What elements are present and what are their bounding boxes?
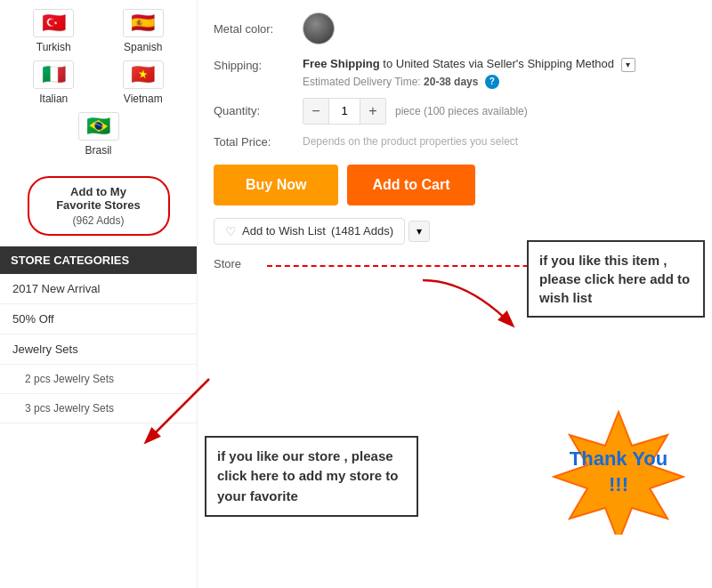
shipping-row: Shipping: Free Shipping to United States… [214, 57, 696, 89]
category-item-50off[interactable]: 50% Off [0, 304, 197, 334]
language-grid: 🇹🇷 Turkish 🇪🇸 Spanish 🇮🇹 Italian 🇻🇳 Viet… [0, 0, 197, 165]
total-price-row: Total Price: Depends on the product prop… [214, 135, 696, 149]
quantity-note: piece (100 pieces available) [395, 105, 528, 117]
arrow-store-svg [138, 370, 227, 450]
action-buttons: Buy Now Add to Cart [214, 165, 696, 205]
starburst-bg: Thank You !!! [552, 410, 685, 535]
total-price-label: Total Price: [214, 135, 303, 149]
delivery-info: Estimated Delivery Time: 20-38 days ? [303, 75, 696, 89]
metal-color-label: Metal color: [214, 22, 303, 36]
add-to-cart-button[interactable]: Add to Cart [347, 165, 474, 205]
callout-wish-box: if you like this item , please click her… [527, 240, 705, 318]
wish-list-adds: (1481 Adds) [331, 224, 393, 238]
lang-label-italian: Italian [39, 93, 68, 105]
add-favorite-stores-button[interactable]: Add to MyFavorite Stores (962 Adds) [28, 176, 170, 236]
shipping-dropdown-icon[interactable]: ▾ [621, 58, 635, 72]
add-favorite-count: (962 Adds) [40, 214, 158, 227]
buy-now-button[interactable]: Buy Now [214, 165, 338, 205]
lang-label-brasil: Brasil [85, 144, 111, 157]
category-item-new-arrival[interactable]: 2017 New Arrival [0, 274, 197, 304]
lang-spanish[interactable]: 🇪🇸 Spanish [102, 9, 185, 53]
add-to-wishlist-button[interactable]: ♡ Add to Wish List (1481 Adds) [214, 218, 405, 245]
delivery-help-icon[interactable]: ? [485, 75, 499, 89]
lang-vietnam[interactable]: 🇻🇳 Vietnam [102, 60, 185, 105]
metal-color-row: Metal color: [214, 12, 696, 44]
qty-decrease-button[interactable]: − [303, 99, 328, 124]
flag-italian: 🇮🇹 [33, 60, 74, 89]
callout-store-text: if you like our store , please click her… [217, 448, 398, 503]
lang-label-spanish: Spanish [124, 41, 162, 53]
thankyou-text: Thank You !!! [565, 447, 672, 497]
lang-label-vietnam: Vietnam [124, 93, 163, 105]
shipping-info: Free Shipping to United States via Selle… [303, 57, 696, 89]
arrow-wish-svg [414, 271, 521, 342]
sidebar: 🇹🇷 Turkish 🇪🇸 Spanish 🇮🇹 Italian 🇻🇳 Viet… [0, 0, 198, 588]
flag-brasil: 🇧🇷 [78, 112, 119, 141]
free-shipping-strong: Free Shipping [303, 57, 380, 70]
flag-turkish: 🇹🇷 [33, 9, 74, 37]
callout-wish-text: if you like this item , please click her… [539, 253, 690, 305]
lang-label-turkish: Turkish [36, 41, 71, 53]
quantity-label: Quantity: [214, 104, 303, 117]
flag-spanish: 🇪🇸 [123, 9, 164, 37]
callout-store-box: if you like our store , please click her… [205, 436, 418, 518]
add-favorite-label: Add to MyFavorite Stores [40, 185, 158, 212]
shipping-free-text: Free Shipping to United States via Selle… [303, 57, 696, 72]
delivery-days: 20-38 days [424, 75, 478, 87]
store-label: Store [214, 257, 267, 270]
quantity-row: Quantity: − 1 + piece (100 pieces availa… [214, 98, 696, 125]
lang-brasil[interactable]: 🇧🇷 Brasil [78, 112, 119, 157]
flag-vietnam: 🇻🇳 [123, 60, 164, 89]
lang-italian[interactable]: 🇮🇹 Italian [12, 60, 95, 105]
shipping-to-text: to United States via Seller's Shipping M… [380, 57, 614, 70]
wish-list-label: Add to Wish List [242, 224, 326, 238]
lang-turkish[interactable]: 🇹🇷 Turkish [12, 9, 95, 53]
quantity-control: − 1 + [303, 98, 386, 125]
category-item-jewelry-sets[interactable]: Jewelry Sets [0, 334, 197, 365]
shipping-label: Shipping: [214, 57, 303, 89]
wish-dropdown-icon[interactable]: ▾ [409, 221, 430, 242]
qty-increase-button[interactable]: + [360, 99, 385, 124]
metal-color-swatch[interactable] [303, 12, 335, 44]
heart-icon: ♡ [225, 224, 237, 238]
total-price-note: Depends on the product properties you se… [303, 135, 518, 148]
quantity-value: 1 [328, 99, 360, 124]
thankyou-starburst: Thank You !!! [552, 410, 694, 544]
store-categories-header: STORE CATEGORIES [0, 246, 197, 274]
